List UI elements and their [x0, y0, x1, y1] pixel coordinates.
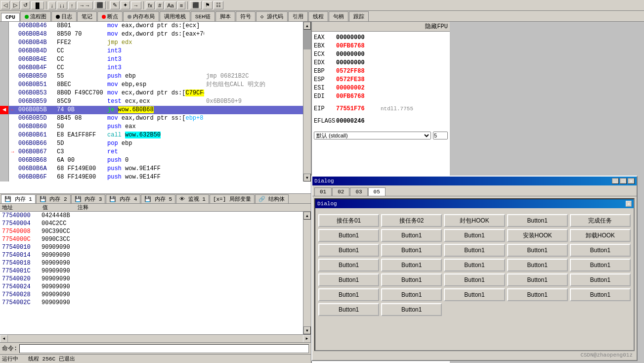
- reg-row-ecx[interactable]: ECX 00000000: [314, 50, 448, 58]
- btn-r7c3[interactable]: Button1: [381, 303, 442, 316]
- btn-r7c1[interactable]: Button1: [570, 288, 631, 301]
- tab-symbols[interactable]: 符号: [236, 11, 256, 21]
- reg-row-esp[interactable]: ESP 0572FE38: [314, 76, 448, 84]
- run-to-btn[interactable]: →→: [77, 1, 93, 9]
- command-input[interactable]: [19, 344, 309, 353]
- tab-notes[interactable]: 笔记: [77, 11, 97, 21]
- btn-r6c0[interactable]: Button1: [570, 273, 631, 286]
- table-row[interactable]: ◀ ← 006B0B5B 74 0B je wow.6B0B68: [0, 106, 303, 114]
- find-btn[interactable]: ✦: [121, 1, 130, 9]
- btn-卸载HOOK[interactable]: 卸载HOOK: [570, 229, 631, 242]
- table-row[interactable]: 006B0B59 85C9 test ecx,ecx 0x6B0B50+9: [0, 97, 303, 106]
- dialog-minimize-btn[interactable]: _: [612, 178, 619, 184]
- tab-flowchart[interactable]: 流程图: [20, 11, 51, 21]
- functions-btn[interactable]: fx: [146, 1, 155, 9]
- btn-r7c0[interactable]: Button1: [507, 288, 568, 301]
- table-row[interactable]: 7754000C 9090C3CC: [0, 235, 303, 243]
- table-row[interactable]: 77540010 90909090: [0, 243, 303, 251]
- hscroll-right[interactable]: ►: [303, 335, 311, 343]
- scroll-up-btn[interactable]: ▲: [303, 22, 311, 30]
- tab-trace[interactable]: 跟踪: [349, 11, 369, 21]
- btn-r4c2[interactable]: Button1: [507, 259, 568, 272]
- table-row[interactable]: 006B0B5D 8B45 08 mov eax,dword ptr ss:[e…: [0, 114, 303, 123]
- tab-callstack[interactable]: 调用堆栈: [160, 11, 190, 21]
- tab-cpu[interactable]: CPU: [1, 13, 20, 21]
- btn-r1c1[interactable]: Button1: [318, 229, 379, 242]
- table-row[interactable]: 7754002C 90909090: [0, 299, 303, 307]
- scroll-thumb[interactable]: [303, 30, 311, 49]
- options-btn[interactable]: ≡: [177, 1, 185, 9]
- tab-threads[interactable]: 线程: [308, 11, 328, 21]
- mem-scrollbar[interactable]: ▲ ▼: [303, 212, 311, 334]
- mem-tab-watch[interactable]: 👁 监视 1: [176, 194, 209, 203]
- hscroll-left[interactable]: ◄: [0, 335, 8, 343]
- btn-r3c3[interactable]: Button1: [318, 259, 379, 272]
- scroll-track[interactable]: [303, 49, 311, 174]
- table-row[interactable]: 006B0B50 55 push ebp jmp 06821B2C: [0, 72, 303, 81]
- btn-r7c2[interactable]: Button1: [318, 303, 379, 316]
- table-row[interactable]: 77540004 004C2CC: [0, 220, 303, 227]
- table-row[interactable]: 006B0B53 8B0D F49CC700 mov ecx,dword ptr…: [0, 89, 303, 97]
- table-row[interactable]: 006B0B4B FFE2 jmp edx: [0, 39, 303, 47]
- btn-r3c2[interactable]: Button1: [570, 244, 631, 257]
- btn-r3c1[interactable]: Button1: [507, 244, 568, 257]
- hash-btn[interactable]: #: [156, 1, 164, 9]
- tab-refs[interactable]: 引用: [288, 11, 308, 21]
- btn-r4c1[interactable]: Button1: [444, 259, 505, 272]
- table-row[interactable]: 77540014 90909090: [0, 251, 303, 259]
- btn-r1c2[interactable]: Button1: [381, 229, 442, 242]
- reg-row-ebp[interactable]: EBP 0572FF88: [314, 67, 448, 75]
- btn-r6c1[interactable]: Button1: [318, 288, 379, 301]
- reg-row-ebx[interactable]: EBX 00FB6768: [314, 42, 448, 50]
- btn-r2c3[interactable]: Button1: [381, 244, 442, 257]
- btn-r6c2[interactable]: Button1: [381, 288, 442, 301]
- table-row[interactable]: → 006B0B67 C3 ret: [0, 148, 303, 156]
- step-over-btn[interactable]: ↓↓: [57, 1, 67, 9]
- table-row[interactable]: 77540008 90C390CC: [0, 227, 303, 235]
- tab-memory-layout[interactable]: 内存布局: [123, 11, 159, 21]
- step-out-btn[interactable]: ↑: [68, 1, 76, 9]
- reg-dropdown-select[interactable]: 默认 (stdcall): [314, 132, 431, 139]
- dialog-tab-01[interactable]: 01: [314, 187, 332, 196]
- edit-btn[interactable]: ✎: [110, 1, 120, 9]
- mem-tab-struct[interactable]: 🔗 结构体: [255, 194, 289, 203]
- table-row[interactable]: 77540020 90909090: [0, 275, 303, 283]
- tab-source[interactable]: ◇ 源代码: [256, 11, 288, 21]
- back-btn[interactable]: ◁: [1, 1, 10, 9]
- btn-r2c2[interactable]: Button1: [318, 244, 379, 257]
- ascii-btn[interactable]: Aa: [165, 1, 176, 9]
- table-row[interactable]: 006B0B4F CC int3: [0, 64, 303, 72]
- reg-row-eip[interactable]: EIP 77551F76 ntdll.7755: [314, 105, 448, 113]
- mem-scroll-track[interactable]: [303, 220, 311, 326]
- mem-hscrollbar[interactable]: ◄ ►: [0, 334, 311, 342]
- mem-tab-4[interactable]: 💾 内存 4: [106, 194, 140, 203]
- mem-scroll-down[interactable]: ▼: [303, 326, 311, 334]
- step-into-btn[interactable]: ↓: [48, 1, 56, 9]
- btn-r6c3[interactable]: Button1: [444, 288, 505, 301]
- reg-row-eax[interactable]: EAX 00000000: [314, 34, 448, 42]
- tab-script[interactable]: 脚本: [215, 11, 235, 21]
- table-row[interactable]: 006B0B6A 68 FF149E00 push wow.9E14FF: [0, 165, 303, 173]
- table-row[interactable]: 006B0B6F 68 FF149E00 push wow.9E14FF: [0, 173, 303, 182]
- btn-r4c0[interactable]: Button1: [381, 259, 442, 272]
- mem-tab-locals[interactable]: [x=] 局部变量: [210, 194, 255, 203]
- btn-r5c2[interactable]: Button1: [444, 273, 505, 286]
- table-row[interactable]: 006B0B68 6A 00 push 0: [0, 156, 303, 165]
- btn-封包HOOK[interactable]: 封包HOOK: [444, 214, 505, 227]
- table-row[interactable]: 006B0B60 50 push eax: [0, 123, 303, 131]
- reg-row-eflags[interactable]: EFLAGS 00000246: [314, 117, 448, 125]
- black-box-btn[interactable]: ⬛: [190, 1, 202, 9]
- table-row[interactable]: 7754001C 90909090: [0, 267, 303, 275]
- mem-tab-1[interactable]: 💾 内存 1: [1, 194, 36, 203]
- tab-seh[interactable]: SEH链: [191, 11, 215, 21]
- table-row[interactable]: 006B0B48 8B50 70 mov edx,dword ptr ds:[e…: [0, 30, 303, 39]
- btn-r5c1[interactable]: Button1: [381, 273, 442, 286]
- dialog-tab-02[interactable]: 02: [332, 187, 349, 196]
- dialog-close-btn[interactable]: ✕: [628, 178, 635, 184]
- table-row[interactable]: 77540024 90909090: [0, 283, 303, 291]
- dialog-tab-03[interactable]: 03: [350, 187, 367, 196]
- tab-log[interactable]: 日志: [51, 11, 77, 21]
- table-row[interactable]: 77540018 90909090: [0, 259, 303, 267]
- dialog-inner-close-btn[interactable]: ✕: [626, 201, 632, 207]
- table-row[interactable]: 006B0B61 E8 EA1FF8FF call wow.632B50: [0, 131, 303, 139]
